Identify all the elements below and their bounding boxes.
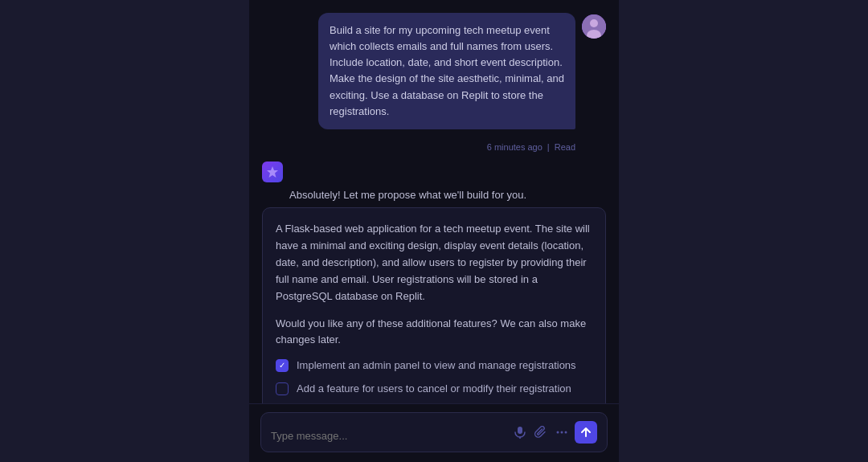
send-button[interactable] — [575, 421, 597, 444]
message-timestamp: 6 minutes ago — [487, 142, 542, 152]
checkbox-0[interactable]: ✓ — [276, 359, 289, 372]
user-message-wrapper: Build a site for my upcoming tech meetup… — [262, 13, 606, 129]
svg-point-7 — [561, 431, 563, 434]
more-button[interactable] — [554, 424, 570, 440]
proposal-question: Would you like any of these additional f… — [276, 316, 592, 347]
checkbox-1[interactable] — [276, 382, 289, 395]
input-box — [260, 412, 608, 452]
proposal-description: A Flask-based web application for a tech… — [276, 221, 592, 305]
checkbox-list: ✓ Implement an admin panel to view and m… — [276, 358, 592, 403]
message-input[interactable] — [271, 427, 506, 444]
svg-rect-4 — [518, 427, 522, 434]
input-area — [249, 403, 619, 462]
bot-message-wrapper: Absolutely! Let me propose what we'll bu… — [262, 161, 606, 403]
messages-area: Build a site for my upcoming tech meetup… — [249, 0, 619, 403]
attach-button[interactable] — [533, 424, 549, 440]
divider: | — [547, 142, 550, 152]
user-bubble: Build a site for my upcoming tech meetup… — [318, 13, 575, 129]
user-message-text: Build a site for my upcoming tech meetup… — [330, 24, 564, 117]
svg-marker-3 — [267, 166, 278, 178]
checkbox-item-1[interactable]: Add a feature for users to cancel or mod… — [276, 382, 592, 396]
user-avatar — [582, 14, 606, 39]
svg-point-6 — [557, 431, 559, 434]
checkbox-item-0[interactable]: ✓ Implement an admin panel to view and m… — [276, 358, 592, 373]
svg-point-1 — [590, 19, 598, 27]
input-icons — [512, 421, 597, 444]
bot-intro-text: Absolutely! Let me propose what we'll bu… — [262, 187, 606, 203]
svg-point-8 — [565, 431, 567, 434]
read-label: Read — [555, 142, 575, 152]
timestamp-row: 6 minutes ago | Read — [262, 142, 575, 152]
bot-header — [262, 161, 606, 182]
mic-button[interactable] — [512, 424, 528, 440]
checkbox-label-1: Add a feature for users to cancel or mod… — [297, 382, 571, 396]
proposal-card: A Flask-based web application for a tech… — [262, 207, 606, 403]
chat-container: Build a site for my upcoming tech meetup… — [249, 0, 619, 462]
check-icon-0: ✓ — [279, 362, 285, 370]
bot-avatar — [262, 161, 283, 182]
checkbox-label-0: Implement an admin panel to view and man… — [297, 358, 576, 373]
